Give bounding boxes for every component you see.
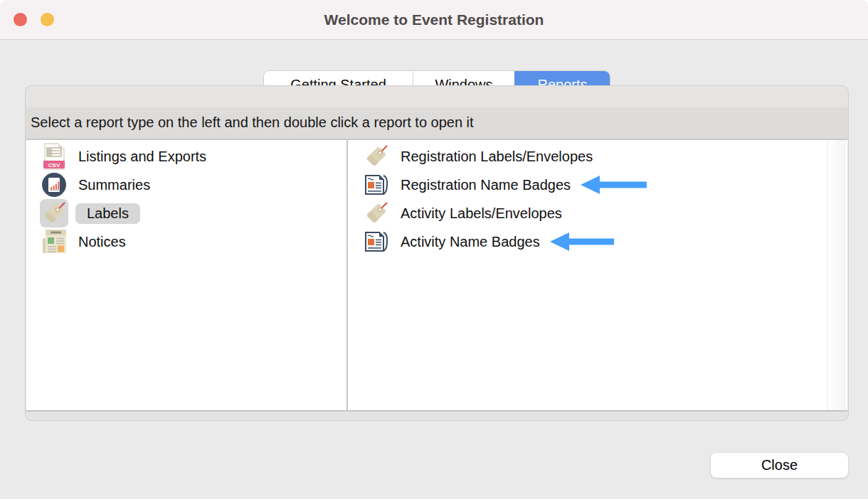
welcome-dialog: Welcome to Event Registration Getting St… — [0, 0, 868, 499]
highlight-arrow-icon — [581, 176, 647, 194]
summary-chart-icon — [41, 172, 67, 198]
window-title: Welcome to Event Registration — [0, 0, 868, 40]
report-type-label: Labels — [75, 203, 140, 224]
report-type-row-notices[interactable]: Notices — [26, 227, 346, 256]
highlight-arrow-icon — [550, 232, 614, 251]
report-label: Registration Labels/Envelopes — [401, 149, 593, 165]
scrollbar-track[interactable] — [827, 140, 846, 410]
instruction-text: Select a report type on the left and the… — [31, 114, 474, 131]
report-row-registration-labels[interactable]: Registration Labels/Envelopes — [348, 142, 846, 171]
tag-icon — [364, 200, 389, 226]
report-label: Activity Name Badges — [401, 234, 540, 250]
titlebar: Welcome to Event Registration — [0, 0, 868, 40]
report-lists: CSV Listings and Exports — [26, 139, 847, 412]
report-row-activity-name-badges[interactable]: Activity Name Badges — [348, 227, 846, 256]
report-type-list: CSV Listings and Exports — [26, 140, 346, 410]
report-type-row-labels[interactable]: Labels — [26, 199, 346, 227]
report-type-label: Summaries — [78, 177, 150, 193]
report-label: Registration Name Badges — [401, 177, 571, 193]
report-row-activity-labels[interactable]: Activity Labels/Envelopes — [348, 199, 846, 227]
name-badge-icon — [364, 173, 389, 197]
name-badge-icon — [364, 230, 389, 254]
report-type-label: Listings and Exports — [78, 149, 206, 165]
report-list: Registration Labels/Envelopes — [348, 140, 846, 410]
newspaper-icon — [41, 228, 68, 255]
reports-panel: Select a report type on the left and the… — [25, 85, 849, 421]
report-row-registration-name-badges[interactable]: Registration Name Badges — [348, 171, 846, 199]
report-label: Activity Labels/Envelopes — [401, 205, 562, 222]
report-type-label: Notices — [78, 234, 126, 250]
tag-icon — [364, 144, 389, 169]
svg-text:CSV: CSV — [48, 162, 60, 168]
tag-icon — [41, 200, 67, 226]
csv-document-icon: CSV — [42, 143, 66, 170]
report-type-row-listings[interactable]: CSV Listings and Exports — [26, 142, 346, 171]
close-button[interactable]: Close — [710, 452, 849, 478]
report-type-row-summaries[interactable]: Summaries — [26, 171, 346, 199]
